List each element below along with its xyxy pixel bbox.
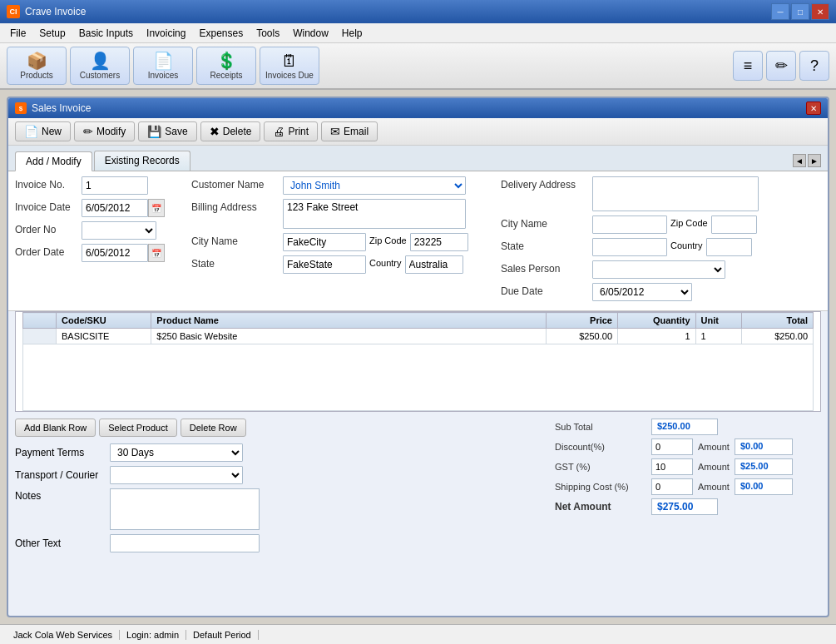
sales-person-select[interactable] — [592, 260, 725, 279]
customer-name-row: Customer Name John Smith — [191, 176, 491, 195]
invoices-due-label: Invoices Due — [265, 71, 314, 80]
bottom-right-summary: Sub Total $250.00 Discount(%) Amount $0.… — [555, 419, 821, 557]
status-bar: Jack Cola Web Services Login: admin Defa… — [0, 624, 836, 644]
shipping-input[interactable] — [651, 478, 693, 495]
tab-prev-button[interactable]: ◄ — [793, 154, 806, 167]
order-date-input[interactable] — [82, 244, 148, 262]
delivery-state-input[interactable] — [592, 238, 667, 256]
order-date-row: Order Date 📅 — [15, 244, 181, 262]
save-label: Save — [165, 126, 187, 137]
print-icon: 🖨 — [273, 125, 284, 138]
delivery-zip-input[interactable] — [711, 215, 757, 234]
billing-address-input[interactable]: 123 Fake Street — [283, 199, 466, 229]
col-header-unit: Unit — [695, 313, 742, 329]
products-button[interactable]: 📦 Products — [7, 47, 67, 85]
delete-button[interactable]: ✖ Delete — [200, 121, 261, 141]
tabs-bar: Add / Modify Existing Records ◄ ► — [8, 146, 828, 171]
payment-terms-select[interactable]: 30 Days — [110, 443, 243, 462]
action-buttons: Add Blank Row Select Product Delete Row — [15, 419, 542, 437]
restore-button[interactable]: □ — [791, 3, 809, 20]
city-name-input[interactable] — [283, 233, 366, 251]
tab-next-button[interactable]: ► — [808, 154, 821, 167]
print-label: Print — [288, 126, 309, 137]
minimize-button[interactable]: ─ — [771, 3, 789, 20]
delete-row-button[interactable]: Delete Row — [181, 419, 246, 437]
due-date-select[interactable]: 6/05/2012 — [592, 283, 692, 301]
shipping-row: Shipping Cost (%) Amount $0.00 — [555, 478, 821, 495]
state-country-row: State Country — [191, 255, 491, 274]
notes-input[interactable] — [110, 488, 260, 530]
customers-button[interactable]: 👤 Customers — [70, 47, 130, 85]
invoice-close-button[interactable]: ✕ — [806, 102, 821, 115]
delivery-zip-label: Zip Code — [667, 215, 711, 228]
menu-file[interactable]: File — [3, 26, 32, 41]
delivery-city-label: City Name — [501, 215, 592, 230]
delivery-city-input[interactable] — [592, 215, 667, 234]
invoice-date-input[interactable] — [82, 199, 148, 217]
notes-label: Notes — [15, 488, 106, 502]
due-date-label: Due Date — [501, 283, 592, 297]
modify-button[interactable]: ✏ Modify — [74, 121, 135, 141]
order-no-select[interactable] — [82, 221, 156, 240]
app-icon: CI — [7, 5, 20, 18]
row-qty: 1 — [618, 329, 696, 344]
transport-select[interactable] — [110, 466, 243, 484]
title-bar: CI Crave Invoice ─ □ ✕ — [0, 0, 836, 23]
discount-input[interactable] — [651, 438, 693, 455]
gst-input[interactable] — [651, 458, 693, 475]
menu-help[interactable]: Help — [335, 26, 369, 41]
invoices-due-button[interactable]: 🗓 Invoices Due — [260, 47, 319, 85]
col-header-num — [23, 313, 57, 329]
col-header-name: Product Name — [151, 313, 547, 329]
edit-button[interactable]: ✏ — [766, 51, 796, 81]
row-unit: 1 — [695, 329, 742, 344]
country-input[interactable] — [405, 255, 463, 274]
order-date-label: Order Date — [15, 244, 82, 258]
shipping-label: Shipping Cost (%) — [555, 482, 646, 492]
other-text-label: Other Text — [15, 537, 106, 549]
other-text-input[interactable] — [110, 534, 260, 552]
bottom-section: Add Blank Row Select Product Delete Row … — [8, 412, 828, 563]
delete-icon: ✖ — [210, 125, 220, 138]
delivery-address-input[interactable] — [592, 176, 759, 211]
invoice-date-label: Invoice Date — [15, 199, 82, 213]
menu-window[interactable]: Window — [286, 26, 335, 41]
delivery-country-input[interactable] — [706, 238, 752, 256]
col-header-qty: Quantity — [618, 313, 696, 329]
country-label: Country — [366, 255, 405, 268]
menu-expenses[interactable]: Expenses — [192, 26, 250, 41]
add-blank-row-button[interactable]: Add Blank Row — [15, 419, 96, 437]
net-amount-row: Net Amount $275.00 — [555, 498, 821, 515]
billing-address-label: Billing Address — [191, 199, 283, 213]
new-button[interactable]: 📄 New — [15, 121, 71, 141]
invoices-button[interactable]: 📄 Invoices — [133, 47, 193, 85]
state-input[interactable] — [283, 255, 366, 274]
menu-tools[interactable]: Tools — [250, 26, 286, 41]
help-button[interactable]: ? — [799, 51, 829, 81]
tab-existing-records[interactable]: Existing Records — [94, 151, 190, 171]
invoice-no-input[interactable] — [82, 176, 148, 195]
list-view-button[interactable]: ≡ — [733, 51, 763, 81]
print-button[interactable]: 🖨 Print — [264, 121, 318, 141]
customer-name-label: Customer Name — [191, 176, 283, 191]
email-button[interactable]: ✉ Email — [321, 121, 378, 141]
save-button[interactable]: 💾 Save — [138, 121, 196, 141]
order-date-cal-button[interactable]: 📅 — [148, 244, 165, 262]
customer-name-select[interactable]: John Smith — [283, 176, 466, 195]
gst-row: GST (%) Amount $25.00 — [555, 458, 821, 475]
delivery-address-label: Delivery Address — [501, 176, 592, 191]
close-button[interactable]: ✕ — [811, 3, 829, 20]
tab-navigation: ◄ ► — [793, 151, 821, 171]
invoice-title-bar: $ Sales Invoice ✕ — [8, 98, 828, 118]
select-product-button[interactable]: Select Product — [99, 419, 177, 437]
menu-invoicing[interactable]: Invoicing — [140, 26, 192, 41]
tab-add-modify[interactable]: Add / Modify — [15, 151, 92, 171]
bottom-left: Add Blank Row Select Product Delete Row … — [15, 419, 542, 557]
menu-basic-inputs[interactable]: Basic Inputs — [72, 26, 140, 41]
receipts-button[interactable]: 💲 Receipts — [196, 47, 256, 85]
menu-setup[interactable]: Setup — [32, 26, 72, 41]
zip-code-input[interactable] — [410, 233, 468, 251]
shipping-amount: $0.00 — [735, 478, 793, 495]
table-row[interactable]: BASICSITE $250 Basic Website $250.00 1 1… — [23, 329, 814, 344]
invoice-date-cal-button[interactable]: 📅 — [148, 199, 165, 217]
